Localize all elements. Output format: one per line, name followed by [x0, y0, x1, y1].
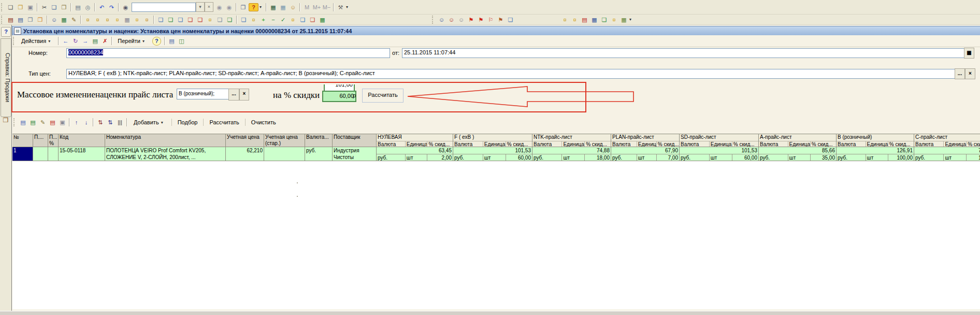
flag-red-2-icon[interactable]: ⚑: [477, 16, 485, 24]
row-currency-cell[interactable]: руб.: [305, 147, 333, 161]
column-header[interactable]: Номенклатура: [105, 134, 226, 147]
price-group-header[interactable]: NTK-прайс-листВалютаЕдиница% скид...: [532, 134, 611, 147]
sub-column-header[interactable]: % скид...: [585, 141, 611, 147]
sub-column-header[interactable]: Валюта: [532, 141, 562, 147]
add-button[interactable]: Добавить ▾: [129, 118, 170, 126]
sub-column-header[interactable]: % скид...: [888, 141, 914, 147]
open-icon[interactable]: ❐: [16, 3, 25, 11]
price-list-dropdown[interactable]: В (розничный);: [177, 89, 232, 99]
coins-swap-icon[interactable]: ¤: [560, 16, 569, 24]
sub-column-header[interactable]: Единица: [944, 141, 967, 147]
sub-column-header[interactable]: % скид...: [506, 141, 532, 147]
table-sections-icon[interactable]: ▤: [167, 37, 176, 45]
column-header[interactable]: Учетная цена (стар.): [264, 134, 305, 147]
sub-column-header[interactable]: Единица: [710, 141, 732, 147]
column-header[interactable]: Код: [59, 134, 105, 147]
number-field[interactable]: 00000008234: [66, 48, 390, 58]
flag-white-icon[interactable]: ⚐: [486, 16, 495, 24]
coins-doc-icon[interactable]: ¤: [249, 16, 258, 24]
redo-icon[interactable]: ↷: [107, 3, 116, 11]
sub-column-header[interactable]: Единица: [562, 141, 585, 147]
find-icon[interactable]: ◉: [121, 3, 130, 11]
sort-desc-icon[interactable]: ⇅: [106, 118, 114, 126]
sub-column-header[interactable]: Валюта: [611, 141, 637, 147]
sub-column-header[interactable]: Единица: [483, 141, 506, 147]
price-group-header[interactable]: F ( exB )ВалютаЕдиница% скид...: [453, 134, 532, 147]
price-group-header[interactable]: SD-прайс-листВалютаЕдиница% скид...: [680, 134, 759, 147]
checklist-icon[interactable]: ◫: [177, 37, 186, 45]
doc-person-2-icon[interactable]: ❏: [176, 16, 185, 24]
row-p1-cell[interactable]: [33, 147, 48, 161]
partners-icon[interactable]: ☺: [50, 16, 59, 24]
calendar-button[interactable]: ▦: [964, 48, 974, 59]
sub-column-header[interactable]: % скид...: [427, 141, 453, 147]
coins-stack-icon[interactable]: ¤: [289, 16, 297, 24]
price-types-field[interactable]: НУЛЕВАЯ; F ( exB ); NTK-прайс-лист; PLAN…: [66, 69, 956, 79]
tools-icon[interactable]: ⚒: [336, 3, 345, 11]
print-icon[interactable]: ▤: [74, 3, 82, 11]
row-nomenclature-cell[interactable]: ПОЛОТЕНЦА VEIRO Prof Comfort KV205,СЛОЖЕ…: [105, 147, 226, 161]
calendar-icon[interactable]: ▦: [279, 3, 287, 11]
paste-icon[interactable]: ❐: [60, 3, 68, 11]
price-group-header[interactable]: НУЛЕВАЯВалютаЕдиница% скид...: [377, 134, 453, 147]
price-group-cell[interactable]: 101,53руб.шт60,00: [453, 147, 532, 161]
bank-icon[interactable]: ▦: [123, 16, 132, 24]
column-header[interactable]: Поставщик: [333, 134, 377, 147]
price-group-cell[interactable]: 74,88руб.шт18,00: [532, 147, 611, 161]
actions-menu-button[interactable]: Действия ▾: [18, 36, 56, 46]
column-header[interactable]: №: [12, 134, 33, 147]
doc-check-person-icon[interactable]: ❏: [506, 16, 515, 24]
sub-column-header[interactable]: Единица: [406, 141, 428, 147]
column-header[interactable]: Учетная цена: [226, 134, 264, 147]
person-prices-icon[interactable]: ¤: [83, 16, 92, 24]
calculator-icon[interactable]: ▦: [269, 3, 278, 11]
copy-icon[interactable]: ❏: [50, 3, 59, 11]
add-icon[interactable]: +: [259, 16, 268, 24]
sub-column-header[interactable]: Единица: [637, 141, 657, 147]
sub-column-header[interactable]: Единица: [788, 141, 811, 147]
document-title-bar[interactable]: ▤ Установка цен номенклатуры и наценки: …: [12, 26, 980, 36]
back-icon[interactable]: ←: [61, 37, 70, 45]
calculate-button[interactable]: Рассчитать: [205, 118, 243, 126]
doc-export-icon[interactable]: ❏: [225, 16, 234, 24]
delete-row-icon[interactable]: ▤: [48, 118, 57, 126]
row-p2-cell[interactable]: [48, 147, 59, 161]
sort-asc-icon[interactable]: ⇅: [96, 118, 105, 126]
price-group-cell[interactable]: 126,91руб.шт100,00: [837, 147, 914, 161]
search-input[interactable]: [132, 3, 196, 12]
sub-column-header[interactable]: Валюта: [377, 141, 406, 147]
row-old-price-cell[interactable]: [264, 147, 305, 161]
card-green-icon[interactable]: ▦: [318, 16, 327, 24]
date-field[interactable]: 25.11.2015 11:07:44: [402, 48, 967, 58]
price-group-header[interactable]: С-прайс-листВалютаЕдиница% скид...: [914, 134, 980, 147]
price-types-more-button[interactable]: ...: [955, 68, 965, 79]
help-1c-icon[interactable]: ?: [249, 3, 258, 11]
sub-column-header[interactable]: % скид...: [967, 141, 980, 147]
currency-icon[interactable]: ¤: [142, 16, 151, 24]
cart-icon[interactable]: ▤: [580, 16, 589, 24]
coins-refresh-icon[interactable]: ¤: [206, 16, 214, 24]
person-gray-icon[interactable]: ☺: [457, 16, 466, 24]
remove-icon[interactable]: −: [269, 16, 278, 24]
money-icon[interactable]: ¤: [133, 16, 141, 24]
cut-icon[interactable]: ✂: [40, 3, 49, 11]
coins-icon[interactable]: ¤: [113, 16, 122, 24]
sub-column-header[interactable]: % скид...: [732, 141, 758, 147]
move-up-icon[interactable]: ↑: [72, 118, 81, 126]
undo-icon[interactable]: ↶: [97, 3, 106, 11]
money-exchange-icon[interactable]: ¤: [610, 16, 618, 24]
sub-column-header[interactable]: Валюта: [837, 141, 866, 147]
copy-window-icon[interactable]: ❐: [239, 3, 248, 11]
doc-person-red-icon[interactable]: ❏: [308, 16, 317, 24]
edit-prices-icon[interactable]: ✎: [69, 16, 78, 24]
memory-icon[interactable]: M: [302, 3, 311, 11]
toolbar-grip[interactable]: [1, 16, 4, 24]
side-tab-help-sales[interactable]: Справка: Продажи: [1, 38, 11, 117]
price-group-cell[interactable]: 67,90руб.шт7,00: [611, 147, 680, 161]
price-group-header[interactable]: PLAN-прайс-листВалютаЕдиница% скид...: [611, 134, 680, 147]
journal-icon[interactable]: ▤: [6, 16, 15, 24]
print-doc-icon[interactable]: ❐: [26, 16, 35, 24]
toolbar-grip[interactable]: [13, 37, 16, 45]
export-doc-icon[interactable]: ❐: [36, 16, 45, 24]
table-coin-icon[interactable]: ▦: [619, 16, 628, 24]
